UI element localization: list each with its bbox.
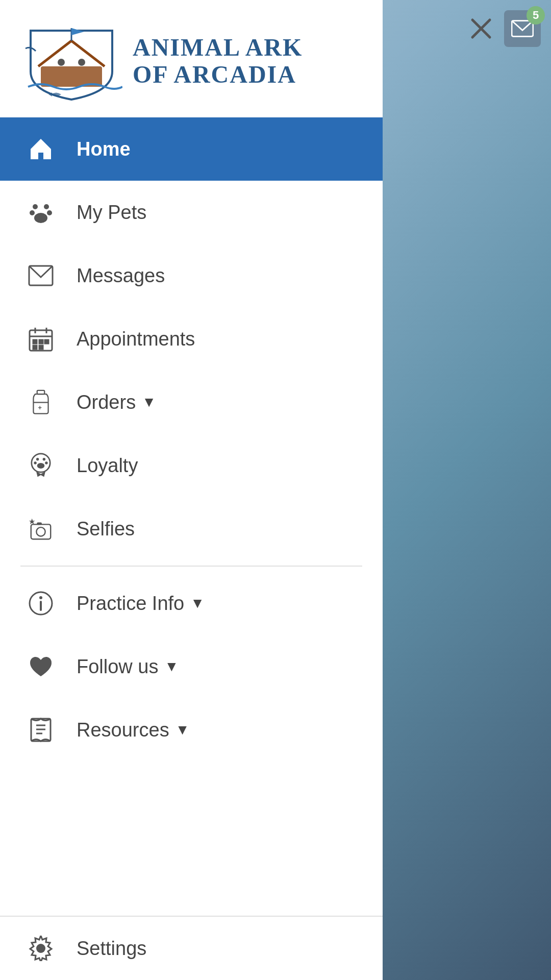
book-icon (26, 715, 56, 745)
logo-area: Animal Ark of Arcadia (0, 0, 383, 117)
svg-point-7 (78, 59, 85, 66)
svg-rect-35 (37, 523, 42, 525)
svg-point-11 (47, 210, 52, 215)
svg-marker-32 (29, 519, 35, 524)
close-button[interactable] (463, 11, 499, 46)
sidebar-item-my-pets[interactable]: My Pets (0, 181, 383, 244)
svg-point-6 (58, 59, 65, 66)
notification-area: 5 (463, 10, 541, 47)
appointments-label: Appointments (77, 328, 195, 350)
svg-point-12 (34, 213, 47, 223)
nav-list: Home My Pets Me (0, 117, 383, 916)
svg-rect-22 (39, 346, 43, 349)
svg-point-30 (45, 461, 47, 464)
logo-text: Animal Ark of Arcadia (133, 34, 303, 88)
settings-label: Settings (77, 938, 146, 960)
app-name: Animal Ark (133, 34, 303, 61)
svg-point-27 (36, 458, 39, 460)
svg-rect-21 (33, 346, 37, 349)
sidebar-item-messages[interactable]: Messages (0, 244, 383, 307)
follow-us-chevron: ▼ (165, 658, 179, 675)
home-label: Home (77, 138, 131, 160)
sidebar-item-home[interactable]: Home (0, 117, 383, 181)
svg-point-28 (43, 458, 45, 460)
home-icon (26, 134, 56, 164)
paw-icon (26, 197, 56, 228)
loyalty-label: Loyalty (77, 455, 138, 477)
svg-rect-19 (39, 340, 43, 344)
settings-icon (26, 933, 56, 964)
svg-point-34 (36, 527, 45, 536)
practice-info-chevron: ▼ (190, 595, 205, 611)
svg-point-38 (39, 596, 42, 599)
nav-divider (20, 566, 362, 567)
loyalty-icon (26, 450, 56, 481)
sidebar-item-loyalty[interactable]: Loyalty (0, 434, 383, 497)
sidebar-item-selfies[interactable]: Selfies (0, 497, 383, 560)
svg-point-10 (30, 210, 35, 215)
svg-text:+: + (38, 404, 42, 411)
camera-icon (26, 513, 56, 544)
selfies-label: Selfies (77, 518, 135, 540)
notification-badge-count: 5 (527, 6, 545, 24)
svg-point-31 (37, 463, 45, 469)
follow-us-label: Follow us ▼ (77, 656, 179, 678)
calendar-icon (26, 324, 56, 354)
info-icon (26, 588, 56, 619)
sidebar-item-orders[interactable]: + Orders ▼ (0, 371, 383, 434)
orders-label: Orders ▼ (77, 391, 156, 413)
orders-chevron: ▼ (142, 394, 156, 410)
heart-icon (26, 651, 56, 682)
sidebar-drawer: Animal Ark of Arcadia Home (0, 0, 383, 980)
sidebar-item-resources[interactable]: Resources ▼ (0, 698, 383, 762)
practice-info-label: Practice Info ▼ (77, 593, 205, 615)
logo-graphic (20, 20, 122, 102)
svg-rect-18 (33, 340, 37, 344)
messages-label: Messages (77, 265, 165, 287)
svg-point-9 (44, 204, 49, 209)
resources-label: Resources ▼ (77, 719, 189, 741)
svg-point-29 (34, 461, 36, 464)
resources-chevron: ▼ (176, 722, 190, 738)
svg-rect-20 (45, 340, 48, 344)
my-pets-label: My Pets (77, 202, 146, 224)
bottle-icon: + (26, 387, 56, 418)
sidebar-item-settings[interactable]: Settings (0, 916, 383, 980)
app-name-line2: of Arcadia (133, 61, 303, 88)
mail-notification[interactable]: 5 (504, 10, 541, 47)
svg-marker-5 (71, 28, 84, 35)
svg-point-8 (33, 204, 38, 209)
sidebar-item-follow-us[interactable]: Follow us ▼ (0, 635, 383, 698)
svg-rect-33 (31, 524, 51, 539)
messages-icon (26, 260, 56, 291)
sidebar-item-practice-info[interactable]: Practice Info ▼ (0, 572, 383, 635)
sidebar-item-appointments[interactable]: Appointments (0, 307, 383, 371)
